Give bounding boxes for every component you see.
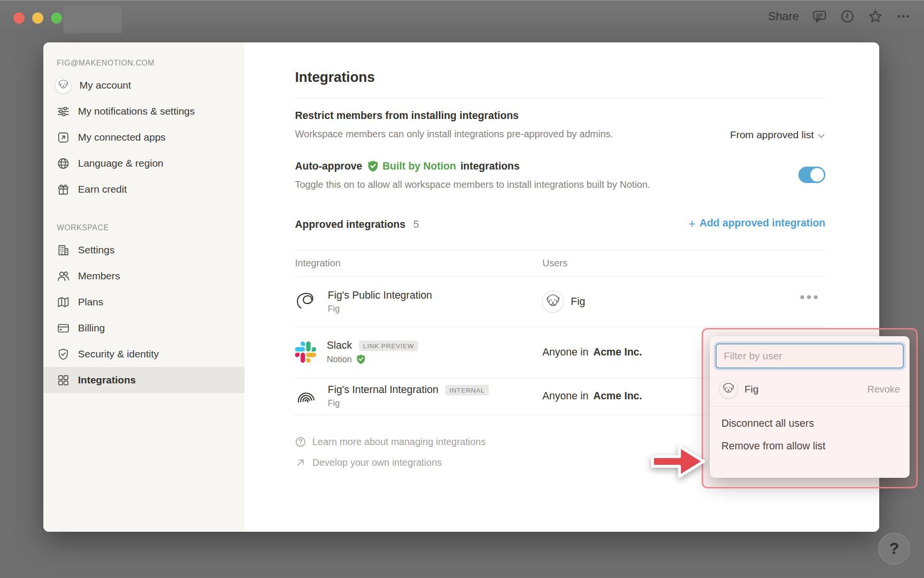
popup-user-row[interactable]: Fig Revoke <box>716 374 904 404</box>
user-name: Fig <box>571 296 585 308</box>
restrict-dropdown[interactable]: From approved list <box>730 128 825 142</box>
sliders-icon <box>57 105 70 118</box>
integration-name: Slack <box>327 340 352 352</box>
auto-approve-toggle[interactable] <box>798 167 825 183</box>
sidebar-item-notifications-settings[interactable]: My notifications & settings <box>43 98 244 124</box>
row-more-menu-button[interactable] <box>800 295 818 299</box>
sidebar-item-label: Integrations <box>78 374 136 386</box>
integration-subtitle: Fig <box>328 398 489 408</box>
divider <box>295 98 825 98</box>
column-header-users: Users <box>542 258 567 269</box>
table-row[interactable]: Fig's Public Integration Fig Fig <box>295 277 825 327</box>
people-icon <box>57 270 70 283</box>
integration-subtitle: Fig <box>328 304 432 314</box>
integration-subtitle: Notion <box>327 355 352 365</box>
sidebar-item-language-region[interactable]: Language & region <box>43 150 244 176</box>
zoom-window-button[interactable] <box>51 13 62 24</box>
revoke-button[interactable]: Revoke <box>867 384 900 395</box>
link-preview-badge: LINK PREVIEW <box>359 341 419 351</box>
remove-from-allow-list-item[interactable]: Remove from allow list <box>716 435 904 458</box>
auto-approve-section: Auto-approve Built by Notion integration… <box>295 160 825 192</box>
users-cell: Fig <box>542 291 585 312</box>
page-title: Integrations <box>295 69 825 85</box>
window-tab <box>64 5 122 33</box>
shield-check-icon <box>57 348 70 361</box>
user-avatar <box>542 291 564 312</box>
sidebar-item-label: Security & identity <box>78 348 159 360</box>
credit-card-icon <box>57 322 70 335</box>
grid-icon <box>57 374 70 387</box>
approved-integrations-header: Approved integrations 5 + Add approved i… <box>295 217 825 231</box>
arrow-up-right-icon <box>295 457 306 468</box>
scribble-doodle-icon <box>295 290 317 313</box>
sidebar-item-label: My account <box>79 79 131 91</box>
sidebar-item-billing[interactable]: Billing <box>43 315 244 341</box>
users-prefix: Anyone in <box>542 346 589 358</box>
plus-icon: + <box>689 219 696 228</box>
verified-check-icon <box>356 354 366 365</box>
question-circle-icon <box>295 436 306 447</box>
sidebar-item-label: My notifications & settings <box>78 105 195 117</box>
restrict-section: Restrict members from installing integra… <box>295 110 825 142</box>
sidebar-item-label: Billing <box>78 322 105 334</box>
dropdown-value: From approved list <box>730 129 814 141</box>
integration-name: Fig's Internal Integration <box>328 384 438 396</box>
green-shield-check-icon <box>367 160 379 172</box>
help-button[interactable]: ? <box>878 533 910 565</box>
toggle-knob <box>810 168 824 182</box>
filter-by-user-input[interactable] <box>716 343 904 368</box>
sidebar-item-connected-apps[interactable]: My connected apps <box>43 124 244 150</box>
column-header-integration: Integration <box>295 258 542 269</box>
sidebar-item-label: Language & region <box>78 158 164 169</box>
share-button[interactable]: Share <box>768 10 799 23</box>
add-approved-integration-button[interactable]: + Add approved integration <box>689 217 825 229</box>
window-controls <box>13 13 62 24</box>
settings-sidebar: FIG@MAKENOTION.COM My account My notific… <box>43 42 244 532</box>
globe-icon <box>57 157 70 170</box>
workspace-header: WORKSPACE <box>43 223 244 237</box>
auto-approve-suffix: integrations <box>461 160 520 172</box>
internal-badge: INTERNAL <box>445 385 489 395</box>
sidebar-item-plans[interactable]: Plans <box>43 289 244 315</box>
approved-integrations-title: Approved integrations <box>295 219 405 230</box>
learn-more-label: Learn more about managing integrations <box>312 436 486 447</box>
sidebar-item-my-account[interactable]: My account <box>43 72 244 98</box>
history-clock-icon[interactable] <box>840 9 855 24</box>
restrict-description: Workspace members can only install integ… <box>295 127 629 142</box>
account-email-header: FIG@MAKENOTION.COM <box>43 59 244 72</box>
add-approved-integration-label: Add approved integration <box>699 217 825 229</box>
chevron-down-icon <box>817 131 825 139</box>
table-header-row: Integration Users <box>295 250 825 276</box>
user-avatar <box>719 380 738 398</box>
restrict-title: Restrict members from installing integra… <box>295 110 629 122</box>
approved-integrations-count: 5 <box>413 219 419 230</box>
disconnect-all-users-item[interactable]: Disconnect all users <box>716 412 904 435</box>
users-cell: Anyone in Acme Inc. <box>542 346 642 358</box>
building-icon <box>57 244 70 257</box>
close-window-button[interactable] <box>13 13 25 24</box>
comment-icon[interactable] <box>812 9 827 24</box>
sidebar-item-label: Plans <box>78 296 103 308</box>
auto-approve-prefix: Auto-approve <box>295 160 362 172</box>
sidebar-item-label: Members <box>78 270 120 282</box>
develop-integrations-label: Develop your own integrations <box>312 457 442 468</box>
ellipsis-icon[interactable] <box>896 9 911 24</box>
integration-name: Fig's Public Integration <box>328 289 432 302</box>
users-org: Acme Inc. <box>593 346 642 358</box>
popup-menu: Disconnect all users Remove from allow l… <box>716 407 904 458</box>
slack-icon <box>295 342 316 363</box>
star-icon[interactable] <box>868 9 883 24</box>
arcs-doodle-icon <box>295 385 317 407</box>
users-org: Acme Inc. <box>593 390 642 402</box>
sidebar-item-earn-credit[interactable]: Earn credit <box>43 176 244 202</box>
sidebar-item-security-identity[interactable]: Security & identity <box>43 341 244 367</box>
integration-users-popup: Fig Revoke Disconnect all users Remove f… <box>710 336 910 478</box>
users-prefix: Anyone in <box>542 390 589 402</box>
minimize-window-button[interactable] <box>32 13 43 24</box>
sidebar-item-label: My connected apps <box>78 131 166 143</box>
gift-icon <box>57 183 70 196</box>
sidebar-item-integrations[interactable]: Integrations <box>43 367 244 393</box>
sidebar-item-members[interactable]: Members <box>43 263 244 289</box>
sidebar-item-settings[interactable]: Settings <box>43 237 244 263</box>
auto-approve-description: Toggle this on to allow all workspace me… <box>295 177 650 192</box>
